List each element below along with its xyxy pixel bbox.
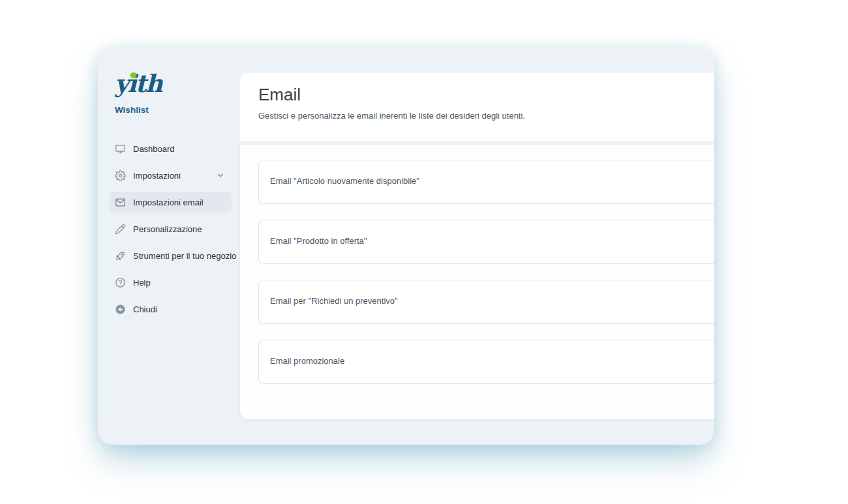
help-circle-icon xyxy=(115,277,126,288)
product-name: Wishlist xyxy=(115,105,232,115)
email-settings-panel: Email "Articolo nuovamente disponibile" … xyxy=(240,145,714,419)
envelope-icon xyxy=(115,197,126,208)
main-content: Email Gestisci e personalizza le email i… xyxy=(240,47,714,445)
chevron-down-icon[interactable] xyxy=(216,171,225,180)
collapse-arrow-icon xyxy=(115,304,126,315)
email-card-label: Email per "Richiedi un preventivo" xyxy=(270,296,398,306)
yith-logo-text: yith xyxy=(115,69,162,98)
sidebar-item-strumenti[interactable]: Strumenti per il tuo negozio xyxy=(110,245,232,266)
email-card-richiedi-un-preventivo[interactable]: Email per "Richiedi un preventivo" xyxy=(258,280,714,324)
gear-icon xyxy=(115,170,126,181)
brand-logo: yith Wishlist xyxy=(110,70,232,115)
email-card-label: Email "Articolo nuovamente disponibile" xyxy=(270,176,419,186)
page-title: Email xyxy=(258,84,701,105)
sidebar-item-label: Personalizzazione xyxy=(133,224,202,234)
monitor-icon xyxy=(115,143,126,155)
page-subtitle: Gestisci e personalizza le email inerent… xyxy=(258,111,701,121)
email-card-label: Email "Prodotto in offerta" xyxy=(270,236,367,246)
sidebar-item-chiudi[interactable]: Chiudi xyxy=(110,299,232,319)
sidebar-item-help[interactable]: Help xyxy=(110,272,232,293)
sidebar-item-label: Dashboard xyxy=(133,144,175,154)
email-card-label: Email promozionale xyxy=(270,356,344,366)
sidebar-nav: Dashboard Impostazioni xyxy=(110,138,232,319)
sidebar-item-label: Chiudi xyxy=(133,304,157,314)
page-header: Email Gestisci e personalizza le email i… xyxy=(240,73,714,141)
sidebar-item-impostazioni-email[interactable]: Impostazioni email xyxy=(110,192,232,213)
rocket-icon xyxy=(115,250,126,261)
sidebar-item-label: Strumenti per il tuo negozio xyxy=(133,251,236,261)
sidebar-item-label: Impostazioni email xyxy=(133,198,204,207)
sidebar-item-personalizzazione[interactable]: Personalizzazione xyxy=(110,218,232,239)
sidebar-item-dashboard[interactable]: Dashboard xyxy=(110,138,232,159)
email-card-prodotto-in-offerta[interactable]: Email "Prodotto in offerta" xyxy=(258,220,714,264)
email-card-articolo-nuovamente-disponibile[interactable]: Email "Articolo nuovamente disponibile" xyxy=(258,160,714,204)
email-card-promozionale[interactable]: Email promozionale xyxy=(258,340,714,384)
yith-logo: yith xyxy=(115,70,162,96)
sidebar: yith Wishlist Dashboard xyxy=(98,47,240,445)
sidebar-item-label: Impostazioni xyxy=(133,171,181,181)
plugin-panel: yith Wishlist Dashboard xyxy=(98,47,714,445)
sidebar-item-impostazioni[interactable]: Impostazioni xyxy=(110,165,232,186)
sidebar-item-label: Help xyxy=(133,278,151,288)
pen-icon xyxy=(115,224,126,235)
